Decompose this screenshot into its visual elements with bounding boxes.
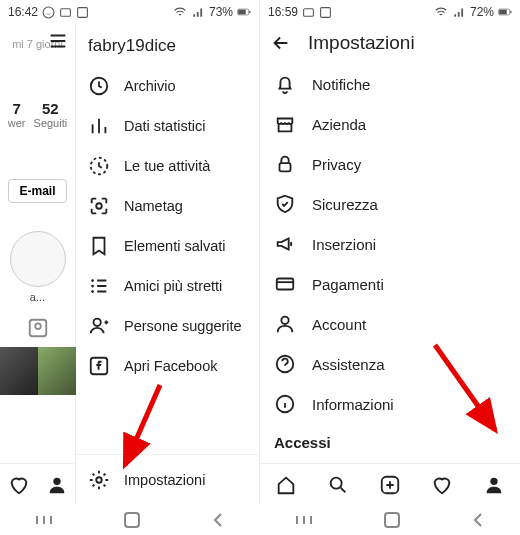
settings-item-account[interactable]: Account <box>260 304 520 344</box>
profile-strip: mi 7 giorni 7 wer 52 Seguiti E-mail a... <box>0 24 76 505</box>
svg-rect-19 <box>321 7 331 17</box>
section-header-logins: Accessi <box>260 424 520 457</box>
svg-rect-5 <box>249 11 250 13</box>
settings-item-label: Account <box>312 316 366 333</box>
home-icon[interactable] <box>275 474 297 496</box>
svg-rect-1 <box>61 8 71 16</box>
stats-row[interactable]: 7 wer 52 Seguiti <box>8 100 67 129</box>
settings-item-label: Inserzioni <box>312 236 376 253</box>
facebook-icon <box>88 355 110 377</box>
settings-item-ads[interactable]: Inserzioni <box>260 224 520 264</box>
settings-item-payments[interactable]: Pagamenti <box>260 264 520 304</box>
signal-icon <box>452 5 466 19</box>
drawer-item-facebook[interactable]: Apri Facebook <box>76 346 259 386</box>
drawer-item-label: Persone suggerite <box>124 318 242 334</box>
heart-icon[interactable] <box>431 474 453 496</box>
card-icon <box>274 273 296 295</box>
drawer-item-settings[interactable]: Impostazioni <box>88 469 247 491</box>
settings-item-about[interactable]: Informazioni <box>260 384 520 424</box>
signal-icon <box>191 5 205 19</box>
settings-item-notifications[interactable]: Notifiche <box>260 64 520 104</box>
settings-item-label: Notifiche <box>312 76 370 93</box>
bottom-nav <box>260 463 520 505</box>
image-icon <box>319 6 332 19</box>
drawer-item-label: Impostazioni <box>124 472 205 488</box>
megaphone-icon <box>274 233 296 255</box>
followers-count: 7 <box>8 100 26 117</box>
drawer-item-nametag[interactable]: Nametag <box>76 186 259 226</box>
back-icon[interactable] <box>270 32 292 54</box>
status-bar: 16:59 72% <box>260 0 520 24</box>
battery-icon <box>498 5 512 19</box>
lock-icon <box>274 153 296 175</box>
menu-icon[interactable] <box>47 30 69 52</box>
email-button[interactable]: E-mail <box>8 179 66 203</box>
battery-text: 73% <box>209 5 233 19</box>
svg-point-10 <box>96 203 102 209</box>
bottom-nav <box>0 463 76 505</box>
bookmark-icon <box>88 235 110 257</box>
svg-point-12 <box>91 285 94 288</box>
nametag-icon <box>88 195 110 217</box>
status-bar: 16:42 73% <box>0 0 259 24</box>
svg-point-28 <box>331 477 342 488</box>
drawer-item-insights[interactable]: Dati statistici <box>76 106 259 146</box>
info-icon <box>274 393 296 415</box>
drawer-item-label: Archivio <box>124 78 176 94</box>
settings-item-label: Privacy <box>312 156 361 173</box>
settings-item-label: Assistenza <box>312 356 385 373</box>
settings-item-privacy[interactable]: Privacy <box>260 144 520 184</box>
story-highlight-circle[interactable] <box>10 231 66 287</box>
settings-item-help[interactable]: Assistenza <box>260 344 520 384</box>
settings-item-label: Pagamenti <box>312 276 384 293</box>
drawer-item-label: Amici più stretti <box>124 278 222 294</box>
user-icon <box>274 313 296 335</box>
heart-icon[interactable] <box>8 474 30 496</box>
recents-button[interactable] <box>34 513 54 527</box>
system-nav <box>0 505 520 535</box>
message-icon <box>302 6 315 19</box>
drawer-item-label: Dati statistici <box>124 118 205 134</box>
home-button[interactable] <box>123 511 141 529</box>
drawer-item-close-friends[interactable]: Amici più stretti <box>76 266 259 306</box>
drawer-item-saved[interactable]: Elementi salvati <box>76 226 259 266</box>
settings-item-business[interactable]: Azienda <box>260 104 520 144</box>
photo-thumb[interactable] <box>0 347 38 395</box>
drawer-username[interactable]: fabry19dice <box>76 30 259 66</box>
following-count: 52 <box>34 100 68 117</box>
story-highlight-label: a... <box>30 291 45 303</box>
settings-item-label: Informazioni <box>312 396 394 413</box>
screen-settings: 16:59 72% Impostazioni Notifiche Azi <box>260 0 520 505</box>
whatsapp-icon <box>42 6 55 19</box>
gear-icon <box>88 469 110 491</box>
list-icon <box>88 275 110 297</box>
followers-label: wer <box>8 117 26 129</box>
tagged-tab-icon[interactable] <box>27 317 49 339</box>
search-icon[interactable] <box>327 474 349 496</box>
profile-icon[interactable] <box>46 474 68 496</box>
photo-thumb[interactable] <box>38 347 76 395</box>
home-button[interactable] <box>383 511 401 529</box>
svg-point-7 <box>35 323 41 329</box>
status-time: 16:59 <box>268 5 298 19</box>
svg-rect-4 <box>238 10 246 15</box>
svg-rect-31 <box>125 513 139 527</box>
photo-grid[interactable] <box>0 347 76 395</box>
add-post-icon[interactable] <box>379 474 401 496</box>
profile-icon[interactable] <box>483 474 505 496</box>
recents-button[interactable] <box>294 513 314 527</box>
settings-header: Impostazioni <box>260 24 520 64</box>
drawer-item-discover[interactable]: Persone suggerite <box>76 306 259 346</box>
wifi-icon <box>173 5 187 19</box>
svg-point-11 <box>91 279 94 282</box>
settings-item-security[interactable]: Sicurezza <box>260 184 520 224</box>
image-icon <box>76 6 89 19</box>
archive-icon <box>88 75 110 97</box>
settings-list: Notifiche Azienda Privacy Sicurezza Inse… <box>260 64 520 463</box>
activity-icon <box>88 155 110 177</box>
drawer-item-archive[interactable]: Archivio <box>76 66 259 106</box>
drawer-item-label: Elementi salvati <box>124 238 226 254</box>
back-button[interactable] <box>210 512 226 528</box>
back-button[interactable] <box>470 512 486 528</box>
drawer-item-activity[interactable]: Le tue attività <box>76 146 259 186</box>
